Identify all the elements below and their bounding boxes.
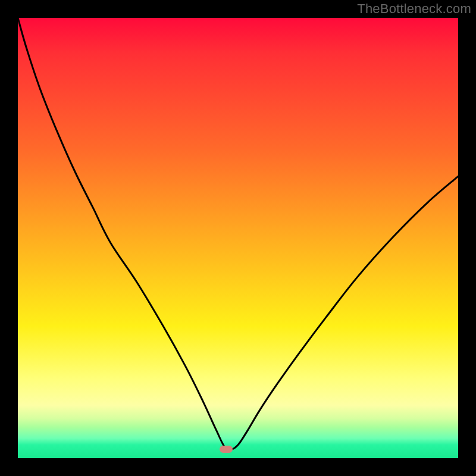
watermark-text: TheBottleneck.com bbox=[357, 1, 471, 17]
chart-frame: TheBottleneck.com bbox=[0, 0, 476, 476]
bottleneck-curve bbox=[18, 18, 458, 458]
minimum-marker bbox=[220, 446, 233, 453]
curve-path bbox=[18, 18, 458, 450]
plot-area bbox=[18, 18, 458, 458]
